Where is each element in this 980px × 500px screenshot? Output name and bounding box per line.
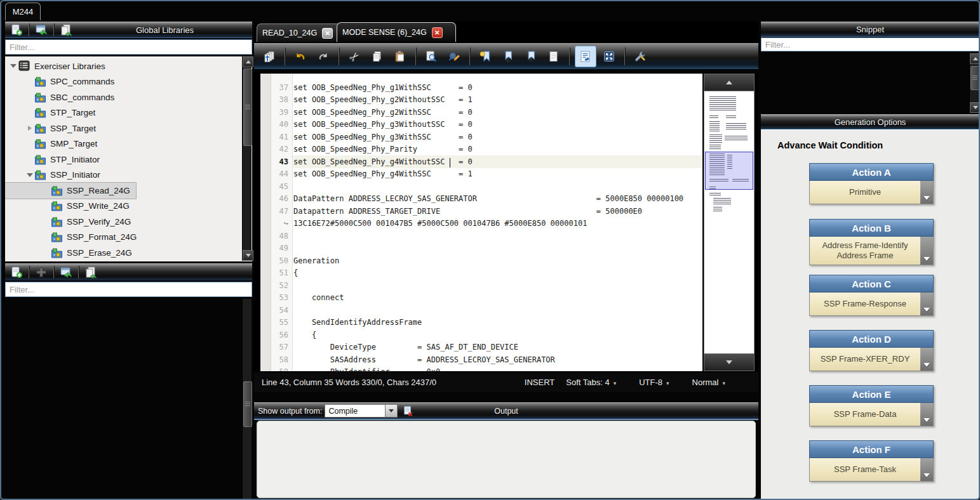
close-tab-icon[interactable]: ✕: [322, 28, 333, 39]
tree-item-exerciser-libraries[interactable]: Exerciser Libraries: [5, 58, 111, 74]
tree-item-ssp-read-24g[interactable]: SSP_Read_24G: [5, 183, 136, 199]
scroll-down-icon[interactable]: [970, 102, 980, 113]
expander-open-icon[interactable]: [9, 62, 18, 70]
code-line[interactable]: ↪13C16E72#5000C500 001047B5 #5000C500 00…: [260, 218, 702, 230]
code-line[interactable]: 57 DeviceType = SAS_AF_DT_END_DEVICE: [260, 341, 702, 354]
code-line[interactable]: 45: [260, 180, 702, 193]
global-filter-input[interactable]: [5, 39, 252, 55]
copy-button[interactable]: [367, 46, 387, 67]
code-line[interactable]: 58 SASAddress = ADDRESS_LECROY_SAS_GENER…: [260, 353, 702, 366]
action-select[interactable]: SSP Frame-Data: [809, 403, 934, 426]
code-line-current[interactable]: 43set OOB_SpeedNeg_Phy_g4WithoutSSC = 0: [260, 155, 702, 168]
tree-item-stp-initiator[interactable]: STP_Initiator: [5, 152, 105, 168]
scroll-thumb[interactable]: [243, 381, 252, 427]
code-line[interactable]: 47Datapattern ADDRESS_TARGET_DRIVE = 500…: [260, 205, 702, 218]
undo-button[interactable]: [290, 46, 311, 67]
find-button[interactable]: [421, 46, 441, 67]
import-library-button[interactable]: [32, 22, 50, 37]
code-line[interactable]: 46DataPattern ADDRESS_LECROY_SAS_GENERAT…: [260, 193, 702, 206]
tree-item-ssp-format-24g[interactable]: SSP_Format_24G: [5, 230, 142, 246]
action-select[interactable]: Address Frame-Identify Address Frame: [809, 237, 934, 265]
save-all-libraries-button[interactable]: [57, 22, 75, 37]
chevron-down-icon[interactable]: [920, 348, 933, 371]
word-wrap-button[interactable]: [575, 46, 596, 67]
new-item-button[interactable]: [8, 265, 25, 280]
code-line[interactable]: 44set OOB_SpeedNeg_Phy_g4WithSSC = 1: [260, 168, 702, 181]
scroll-thumb[interactable]: [970, 66, 979, 90]
tree-item-spc-commands[interactable]: SPC_commands: [5, 74, 120, 90]
cut-button[interactable]: ✂: [344, 46, 365, 67]
code-line[interactable]: 54: [260, 304, 702, 317]
code-line[interactable]: 37set OOB_SpeedNeg_Phy_g1WithSSC = 0: [260, 81, 702, 94]
chevron-down-icon[interactable]: [386, 404, 398, 418]
action-select[interactable]: SSP Frame-XFER_RDY: [809, 348, 934, 371]
chevron-down-icon[interactable]: [920, 293, 933, 315]
tree-item-ssp-verify-24g[interactable]: SSP_Verify_24G: [5, 214, 137, 230]
import-library-button[interactable]: [57, 265, 75, 280]
encoding-dropdown[interactable]: UTF-8▾: [639, 378, 669, 387]
save-all-libraries-button[interactable]: [82, 265, 100, 280]
code-line[interactable]: 59 PhyIdentifier = 0x0: [260, 366, 702, 372]
close-tab-icon[interactable]: ✕: [432, 27, 443, 38]
code-text-area[interactable]: 37set OOB_SpeedNeg_Phy_g1WithSSC = 038se…: [260, 74, 702, 371]
chevron-down-icon[interactable]: [920, 403, 933, 426]
settings-button[interactable]: [630, 46, 650, 67]
project-filter-input[interactable]: [5, 282, 252, 297]
tree-item-stp-target[interactable]: STP_Target: [5, 105, 101, 121]
window-title-tab[interactable]: M244: [5, 3, 41, 20]
code-line[interactable]: 50Generation: [260, 254, 702, 267]
action-select[interactable]: Primitive: [809, 181, 934, 204]
scroll-up-icon[interactable]: [704, 74, 755, 91]
add-library-button[interactable]: [32, 265, 50, 280]
scroll-down-icon[interactable]: [704, 353, 755, 371]
code-line[interactable]: 48: [260, 230, 702, 242]
output-source-select[interactable]: Compile: [325, 404, 398, 418]
clear-bookmarks-button[interactable]: [544, 46, 564, 67]
scroll-up-icon[interactable]: [970, 53, 980, 64]
tab-read-10-24g[interactable]: READ_10_24G ✕: [257, 23, 346, 42]
snippet-filter-input[interactable]: [761, 37, 979, 51]
tree-item-ssp-erase-24g[interactable]: SSP_Erase_24G: [5, 245, 138, 261]
code-line[interactable]: 51{: [260, 267, 702, 280]
fit-view-button[interactable]: [599, 46, 619, 67]
previous-bookmark-button[interactable]: [521, 46, 541, 67]
snippet-tree-scrollbar[interactable]: [969, 53, 979, 113]
chevron-down-icon[interactable]: [920, 181, 933, 204]
toggle-bookmark-button[interactable]: [475, 46, 495, 67]
next-bookmark-button[interactable]: [498, 46, 518, 67]
redo-button[interactable]: [313, 46, 333, 67]
new-library-button[interactable]: [8, 22, 25, 37]
code-line[interactable]: 41set OOB_SpeedNeg_Phy_g3WithSSC = 0: [260, 131, 702, 143]
tree-item-ssp-target[interactable]: SSP_Target: [5, 121, 102, 136]
action-select[interactable]: SSP Frame-Response: [809, 293, 934, 316]
export-button[interactable]: [259, 46, 279, 67]
tree-item-sbc-commands[interactable]: SBC_commands: [5, 89, 120, 105]
code-line[interactable]: 52: [260, 279, 702, 292]
soft-tabs-dropdown[interactable]: Soft Tabs: 4▾: [566, 378, 616, 387]
code-line[interactable]: 42set OOB_SpeedNeg_Phy_Parity = 0: [260, 143, 702, 156]
global-tree-scrollbar[interactable]: [242, 56, 252, 261]
action-select[interactable]: SSP Frame-Task: [809, 458, 934, 482]
edit-mode-dropdown[interactable]: Normal▾: [692, 378, 725, 387]
code-line[interactable]: 38set OOB_SpeedNeg_Phy_g2WithoutSSC = 1: [260, 94, 702, 107]
expander-open-icon[interactable]: [25, 171, 34, 179]
scroll-thumb[interactable]: [243, 69, 252, 146]
code-line[interactable]: 40set OOB_SpeedNeg_Phy_g3WithoutSSC = 0: [260, 119, 702, 131]
tree-item-ssp-write-24g[interactable]: SSP_Write_24G: [5, 199, 135, 214]
tree-item-ssp-initiator[interactable]: SSP_Initiator: [5, 168, 106, 183]
output-panel-body[interactable]: [257, 421, 756, 498]
paste-button[interactable]: [390, 46, 410, 67]
chevron-down-icon[interactable]: [920, 237, 933, 265]
map-viewport-indicator[interactable]: [705, 152, 753, 190]
project-tree-scrollbar[interactable]: [242, 299, 252, 499]
code-line[interactable]: 49: [260, 242, 702, 255]
code-line[interactable]: 39set OOB_SpeedNeg_Phy_g2WithSSC = 0: [260, 106, 702, 119]
document-map[interactable]: [704, 91, 755, 355]
document-map-scrollbar[interactable]: [704, 74, 753, 371]
code-line[interactable]: 53 connect: [260, 292, 702, 305]
tree-item-smp-target[interactable]: SMP_Target: [5, 136, 103, 152]
find-replace-button[interactable]: [444, 46, 464, 67]
tab-mode-sense-6-24g[interactable]: MODE SENSE (6)_24G ✕: [337, 22, 456, 42]
expander-closed-icon[interactable]: [25, 124, 34, 132]
chevron-down-icon[interactable]: [920, 458, 933, 481]
